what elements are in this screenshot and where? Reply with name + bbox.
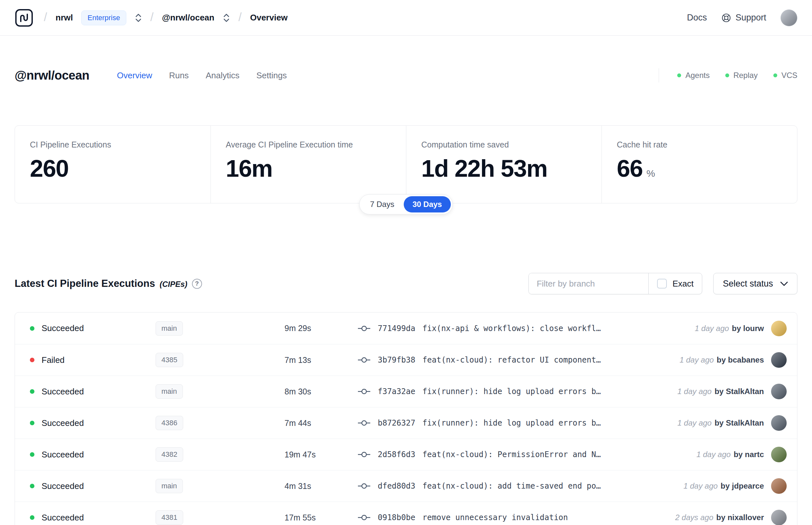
commit-cell[interactable]: 0918b0be remove unnecessary invalidation [357, 513, 568, 522]
commit-message: feat(nx-cloud): PermissionError and N… [423, 450, 601, 459]
relative-time: 2 days ago [675, 513, 713, 522]
commit-cell[interactable]: 2d58f6d3 feat(nx-cloud): PermissionError… [357, 450, 601, 459]
status-select-button[interactable]: Select status [713, 273, 797, 294]
breadcrumb-workspace[interactable]: @nrwl/ocean [162, 13, 214, 23]
status-replay[interactable]: Replay [725, 71, 758, 80]
table-row[interactable]: Succeeded 4382 19m 47s 2d58f6d3 feat(nx-… [15, 439, 797, 470]
branch-filter-group: Exact [528, 273, 702, 294]
table-row[interactable]: Succeeded main 9m 29s 771499da fix(nx-ap… [15, 313, 797, 344]
relative-time: 1 day ago [695, 324, 729, 333]
range-toggle: 7 Days 30 Days [359, 194, 453, 214]
commit-hash: 3b79fb38 [378, 356, 415, 364]
docs-link[interactable]: Docs [687, 13, 707, 23]
workspace-switcher-chevron-icon[interactable] [223, 13, 230, 23]
table-row[interactable]: Succeeded 4386 7m 44s b8726327 fix(runne… [15, 407, 797, 439]
workspace-header: @nrwl/ocean Overview Runs Analytics Sett… [0, 68, 812, 82]
exact-checkbox[interactable] [657, 279, 667, 288]
avatar [771, 352, 787, 368]
branch-badge[interactable]: 4381 [156, 510, 183, 525]
range-7-days[interactable]: 7 Days [361, 196, 403, 212]
git-commit-icon [357, 513, 371, 522]
commit-message: fix(runner): hide log upload errors b… [423, 418, 601, 427]
branch-cell: main [156, 321, 285, 335]
status-dot-icon [30, 389, 34, 394]
commit-message: feat(nx-cloud): add time-saved end po… [423, 481, 601, 491]
page-title: @nrwl/ocean [15, 69, 89, 82]
stat-value: 260 [30, 156, 68, 181]
commit-message: fix(nx-api & workflows): close workfl… [423, 324, 601, 333]
author-cell: 1 day ago by StalkAltan [677, 415, 787, 431]
branch-filter-input[interactable] [529, 273, 648, 294]
user-avatar[interactable] [781, 10, 797, 26]
top-navbar: / nrwl Enterprise / @nrwl/ocean / Overvi… [0, 0, 812, 36]
relative-time: 1 day ago [679, 356, 714, 364]
tab-runs[interactable]: Runs [169, 71, 189, 80]
status-dot-icon [30, 452, 34, 457]
commit-cell[interactable]: f37a32ae fix(runner): hide log upload er… [357, 387, 601, 396]
tab-analytics[interactable]: Analytics [205, 71, 240, 80]
status-cell: Failed [30, 355, 156, 365]
branch-badge[interactable]: 4382 [156, 447, 183, 462]
lifebuoy-icon [721, 13, 732, 23]
commit-hash: dfed80d3 [378, 481, 415, 491]
status-dot-icon [30, 421, 34, 425]
green-dot-icon [677, 73, 681, 77]
branch-badge[interactable]: main [156, 479, 183, 493]
author-name: by StalkAltan [715, 387, 764, 396]
git-commit-icon [357, 324, 371, 333]
status-label: Succeeded [42, 387, 84, 397]
status-dot-icon [30, 358, 34, 362]
tab-settings[interactable]: Settings [256, 71, 287, 80]
commit-cell[interactable]: 771499da fix(nx-api & workflows): close … [357, 324, 601, 333]
branch-badge[interactable]: main [156, 384, 183, 399]
commit-cell[interactable]: 3b79fb38 feat(nx-cloud): refactor UI com… [357, 356, 601, 364]
author-name: by nixallover [716, 513, 764, 522]
exact-filter: Exact [648, 273, 702, 294]
cipe-table: Succeeded main 9m 29s 771499da fix(nx-ap… [15, 312, 797, 525]
status-label: Succeeded [42, 418, 84, 428]
range-30-days[interactable]: 30 Days [404, 196, 451, 212]
table-row[interactable]: Succeeded main 4m 31s dfed80d3 feat(nx-c… [15, 470, 797, 501]
nx-cloud-logo-icon[interactable] [15, 9, 33, 27]
branch-cell: 4382 [156, 447, 285, 462]
table-row[interactable]: Failed 4385 7m 13s 3b79fb38 feat(nx-clou… [15, 344, 797, 376]
table-row[interactable]: Succeeded 4381 17m 55s 0918b0be remove u… [15, 501, 797, 525]
status-agents[interactable]: Agents [677, 71, 710, 80]
duration-cell: 17m 55s [285, 513, 357, 522]
stat-value: 16m [226, 156, 273, 181]
author-name: by bcabanes [717, 356, 764, 364]
avatar [771, 321, 787, 336]
breadcrumb-page: Overview [250, 13, 288, 23]
commit-cell[interactable]: b8726327 fix(runner): hide log upload er… [357, 418, 601, 427]
stat-card-executions: CI Pipeline Executions 260 [15, 126, 211, 203]
breadcrumb: / nrwl Enterprise / @nrwl/ocean / Overvi… [15, 9, 288, 27]
avatar [771, 447, 787, 462]
commit-hash: 771499da [378, 324, 415, 333]
branch-badge[interactable]: 4386 [156, 416, 183, 430]
branch-badge[interactable]: main [156, 321, 183, 335]
stats-section: CI Pipeline Executions 260 Average CI Pi… [15, 125, 797, 214]
status-label: Succeeded [42, 323, 84, 333]
org-switcher-chevron-icon[interactable] [135, 13, 142, 23]
author-cell: 1 day ago by jdpearce [684, 478, 787, 494]
help-icon[interactable]: ? [192, 279, 202, 289]
avatar [771, 478, 787, 494]
status-cell: Succeeded [30, 387, 156, 397]
commit-cell[interactable]: dfed80d3 feat(nx-cloud): add time-saved … [357, 481, 601, 491]
status-vcs[interactable]: VCS [773, 71, 797, 80]
table-row[interactable]: Succeeded main 8m 30s f37a32ae fix(runne… [15, 376, 797, 407]
branch-cell: 4381 [156, 510, 285, 525]
divider [659, 68, 659, 82]
stat-card-cache-hit: Cache hit rate 66% [601, 126, 797, 203]
tab-overview[interactable]: Overview [117, 71, 152, 80]
duration-cell: 4m 31s [285, 481, 357, 491]
author-name: by jdpearce [721, 481, 764, 491]
branch-badge[interactable]: 4385 [156, 353, 183, 367]
duration-cell: 7m 13s [285, 356, 357, 365]
support-link[interactable]: Support [721, 13, 766, 23]
exact-label: Exact [672, 279, 693, 289]
relative-time: 1 day ago [684, 481, 718, 491]
commit-hash: f37a32ae [378, 387, 415, 396]
breadcrumb-org[interactable]: nrwl [56, 13, 73, 23]
cipes-header: Latest CI Pipeline Executions (CIPEs) ? … [0, 273, 812, 294]
